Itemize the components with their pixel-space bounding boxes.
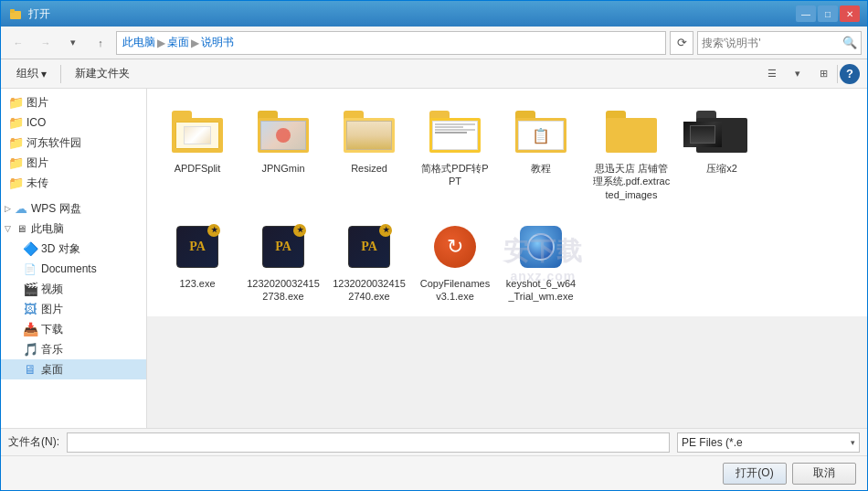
sidebar-3d[interactable]: 🔷 3D 对象	[1, 239, 146, 259]
address-bar: ← → ▾ ↑ 此电脑 ▶ 桌面 ▶ 说明书 ⟳ 🔍	[1, 27, 867, 59]
file-icon-wrap: PA ★	[256, 219, 311, 274]
sidebar-label: 图片	[41, 302, 63, 317]
file-item-exe2738[interactable]: PA ★ 12320200324152738.exe	[242, 213, 324, 308]
sidebar-label: 此电脑	[31, 221, 64, 237]
doc-icon: 📄	[23, 262, 37, 276]
folder-icon: 📁	[8, 176, 23, 190]
cancel-button[interactable]: 取消	[792, 463, 856, 485]
folder-icon: 📁	[8, 135, 23, 150]
sidebar-item-pic1[interactable]: 📁 图片	[1, 92, 146, 112]
sidebar-video[interactable]: 🎬 视频	[1, 279, 146, 299]
sidebar-item-ico[interactable]: 📁 ICO	[1, 112, 146, 133]
file-item-tutorial[interactable]: 📋 教程	[500, 98, 582, 206]
folder-icon: 📁	[8, 95, 23, 110]
search-input[interactable]	[702, 37, 842, 49]
folder-icon: 📥	[23, 322, 37, 336]
breadcrumb-current[interactable]: 说明书	[201, 35, 234, 50]
video-icon: 🎬	[23, 282, 37, 296]
file-label: 12320200324152738.exe	[247, 277, 320, 304]
folder-icon-large	[258, 111, 309, 153]
up-button[interactable]: ↑	[89, 32, 112, 54]
filename-input[interactable]	[67, 432, 670, 453]
view-details-button[interactable]: ⊞	[811, 63, 835, 85]
file-item-resized[interactable]: Resized	[328, 98, 410, 206]
filetype-dropdown[interactable]: PE Files (*.e ▾	[677, 432, 860, 453]
file-item-exe2740[interactable]: PA ★ 12320200324152740.exe	[328, 213, 410, 308]
title-bar: 打开 — □ ✕	[1, 1, 867, 27]
back-button[interactable]: ←	[6, 32, 30, 54]
sidebar-label: 桌面	[41, 362, 63, 378]
file-area-wrapper: 安下载 anxz.com	[147, 89, 867, 428]
filename-label: 文件名(N):	[8, 434, 59, 450]
sidebar-item-pic2[interactable]: 📁 图片	[1, 153, 146, 173]
dropdown-button[interactable]: ▾	[61, 32, 85, 54]
folder-icon-large: 📋	[515, 111, 566, 153]
exe-row: PA ★ 123.exe PA ★	[156, 213, 858, 308]
sidebar-label: Documents	[41, 262, 97, 275]
file-label: 压缩x2	[706, 162, 737, 175]
window: 打开 — □ ✕ ← → ▾ ↑ 此电脑 ▶ 桌面 ▶ 说明书 ⟳ 🔍 组织 ▾	[0, 0, 868, 491]
view-grid-button[interactable]: ▾	[786, 63, 810, 85]
file-item-apdfsplit[interactable]: APDFSplit	[156, 98, 238, 206]
pa-exe-icon: PA ★	[348, 226, 390, 268]
sidebar: 📁 图片 📁 ICO 📁 河东软件园 📁 图片 📁 未传	[1, 89, 147, 428]
view-list-button[interactable]: ☰	[760, 63, 784, 85]
sidebar-wps[interactable]: ▷ ☁ WPS 网盘	[1, 198, 146, 219]
sidebar-desktop[interactable]: 🖥 桌面	[1, 359, 146, 379]
new-folder-button[interactable]: 新建文件夹	[67, 62, 138, 86]
open-button[interactable]: 打开(O)	[723, 463, 787, 485]
file-item-123exe[interactable]: PA ★ 123.exe	[156, 213, 238, 308]
file-icon-wrap	[428, 104, 482, 159]
file-icon-wrap: PA ★	[170, 219, 225, 274]
sidebar-label: 视频	[41, 282, 63, 297]
file-label: 教程	[531, 162, 551, 175]
window-title: 打开	[28, 6, 796, 22]
cloud-icon: ☁	[14, 201, 28, 216]
file-item-copyfilenames[interactable]: ↻ CopyFilenamesv3.1.exe	[414, 213, 496, 308]
pc-icon: 🖥	[14, 221, 28, 236]
pa-exe-icon: PA ★	[176, 226, 218, 268]
file-label: 123.exe	[179, 277, 215, 290]
pa-text: PA	[361, 240, 377, 254]
help-button[interactable]: ?	[840, 64, 860, 84]
minimize-button[interactable]: —	[796, 5, 816, 22]
sidebar-music[interactable]: 🎵 音乐	[1, 339, 146, 359]
maximize-button[interactable]: □	[818, 5, 838, 22]
folder-icon-large	[344, 111, 395, 153]
file-item-sixun[interactable]: 思迅天店 店铺管理系统.pdf.extracted_images	[586, 98, 677, 206]
refresh-button[interactable]: ⟳	[670, 31, 693, 55]
sidebar-pic3[interactable]: 🖼 图片	[1, 299, 146, 319]
file-item-jpngmin[interactable]: JPNGmin	[242, 98, 324, 206]
file-item-simplepdf[interactable]: 简格式PDF转PPT	[414, 98, 496, 206]
file-item-keyshot[interactable]: keyshot_6_w64_Trial_wm.exe	[500, 213, 582, 308]
sidebar-label: 图片	[26, 155, 48, 171]
organize-button[interactable]: 组织 ▾	[8, 62, 55, 86]
file-label: 思迅天店 店铺管理系统.pdf.extracted_images	[592, 162, 671, 201]
forward-button[interactable]: →	[34, 32, 58, 54]
sidebar-download[interactable]: 📥 下载	[1, 319, 146, 339]
window-icon	[8, 6, 23, 21]
breadcrumb: 此电脑 ▶ 桌面 ▶ 说明书	[116, 31, 666, 55]
action-bar: 打开(O) 取消	[1, 455, 867, 490]
sidebar-label: ICO	[26, 116, 46, 129]
sidebar-item-hedong[interactable]: 📁 河东软件园	[1, 133, 146, 153]
close-button[interactable]: ✕	[840, 5, 860, 22]
view-buttons: ☰ ▾ ⊞ ?	[760, 63, 860, 85]
file-label: JPNGmin	[261, 162, 304, 175]
main-area: 📁 图片 📁 ICO 📁 河东软件园 📁 图片 📁 未传	[1, 89, 867, 428]
sidebar-label: WPS 网盘	[31, 201, 81, 217]
search-icon[interactable]: 🔍	[842, 36, 857, 49]
sidebar-docs[interactable]: 📄 Documents	[1, 259, 146, 279]
toolbar-separator	[60, 65, 61, 83]
window-controls: — □ ✕	[796, 5, 860, 22]
sidebar-item-weichuan[interactable]: 📁 未传	[1, 173, 146, 193]
breadcrumb-desktop[interactable]: 桌面	[167, 35, 189, 50]
expand-icon: ▽	[5, 224, 11, 233]
keyshot-sphere	[527, 233, 555, 261]
file-item-compress[interactable]: 压缩x2	[681, 98, 763, 206]
folder-icon-large	[172, 111, 223, 153]
breadcrumb-pc[interactable]: 此电脑	[122, 35, 155, 50]
filetype-text: PE Files (*.e	[682, 436, 743, 449]
expand-icon: ▷	[5, 204, 11, 213]
sidebar-pc[interactable]: ▽ 🖥 此电脑	[1, 219, 146, 239]
